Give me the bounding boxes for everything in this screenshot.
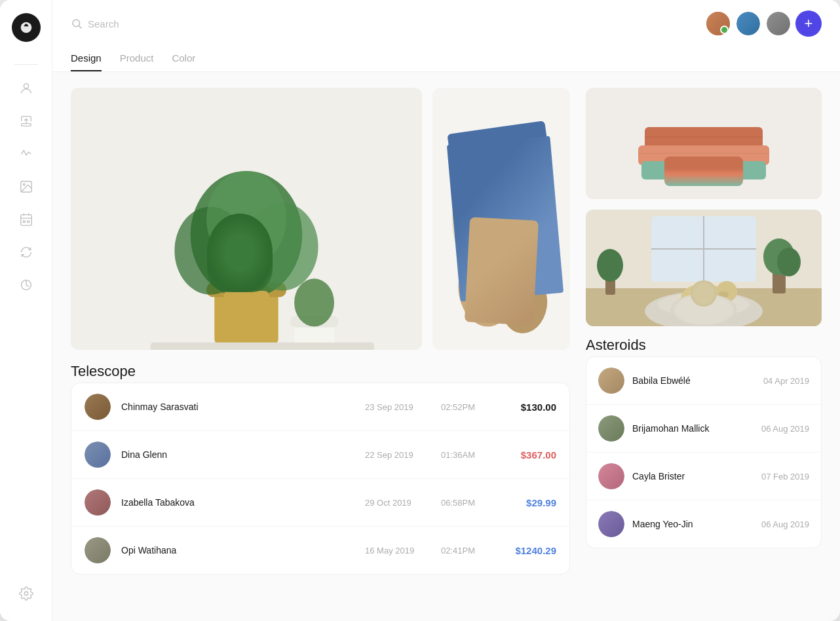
- dog-image: [586, 210, 822, 326]
- calendar-nav-icon[interactable]: [12, 205, 41, 234]
- image-row: [71, 88, 570, 350]
- header-avatars: +: [705, 10, 822, 37]
- avatar-babila: [598, 367, 624, 394]
- svg-point-9: [73, 20, 80, 27]
- date-babila: 04 Apr 2019: [763, 376, 809, 386]
- telescope-table: Chinmay Sarasvati 23 Sep 2019 02:52PM $1…: [71, 383, 570, 574]
- svg-rect-11: [71, 88, 422, 350]
- user-nav-icon[interactable]: [12, 74, 41, 103]
- avatar-cayla: [598, 463, 624, 489]
- avatar-chinmay: [85, 394, 111, 420]
- tabs: Design Product Color: [71, 46, 822, 71]
- svg-point-17: [206, 171, 286, 267]
- svg-rect-21: [151, 343, 374, 350]
- telescope-title: Telescope: [71, 363, 570, 380]
- refresh-nav-icon[interactable]: [12, 238, 41, 267]
- name-izabella: Izabella Tabakova: [121, 497, 354, 508]
- svg-point-3: [23, 183, 25, 185]
- svg-rect-6: [27, 221, 29, 223]
- tab-design[interactable]: Design: [71, 46, 102, 71]
- asteroids-table: Babila Ebwélé 04 Apr 2019 Brijamohan Mal…: [586, 356, 822, 548]
- avatar-1[interactable]: [705, 10, 731, 37]
- settings-nav-icon[interactable]: [12, 579, 41, 608]
- svg-rect-28: [524, 245, 539, 265]
- avatar-opi: [85, 537, 111, 563]
- right-column: Asteroids Babila Ebwélé 04 Apr 2019: [586, 88, 822, 605]
- upload-nav-icon[interactable]: [12, 107, 41, 136]
- name-brija: Brijamohan Mallick: [632, 423, 754, 434]
- name-chinmay: Chinmay Sarasvati: [121, 402, 354, 412]
- amount-izabella: $29.99: [497, 497, 556, 508]
- date-opi: 16 May 2019: [365, 546, 430, 555]
- time-chinmay: 02:52PM: [441, 402, 487, 412]
- time-dina: 01:36AM: [441, 450, 487, 460]
- svg-point-20: [294, 278, 334, 326]
- avatar-3[interactable]: [765, 10, 792, 37]
- avatar-2[interactable]: [735, 10, 761, 37]
- tab-color[interactable]: Color: [172, 46, 195, 71]
- name-cayla: Cayla Brister: [632, 471, 754, 481]
- svg-point-49: [777, 248, 801, 276]
- avatar-izabella: [85, 489, 111, 516]
- avatar-brija: [598, 415, 624, 442]
- table-row: Opi Watihana 16 May 2019 02:41PM $1240.2…: [71, 527, 569, 574]
- header-top: Search +: [71, 10, 822, 37]
- time-izabella: 06:58PM: [441, 498, 487, 508]
- amount-opi: $1240.29: [497, 545, 556, 556]
- chart-nav-icon[interactable]: [12, 271, 41, 299]
- svg-rect-23: [447, 121, 555, 212]
- telescope-section: Telescope Chinmay Sarasvati 23 Sep 2019 …: [71, 363, 570, 574]
- blankets-image: [586, 88, 822, 199]
- svg-rect-39: [586, 288, 822, 326]
- table-row: Izabella Tabakova 29 Oct 2019 06:58PM $2…: [71, 479, 569, 527]
- blankets-svg: [586, 88, 822, 199]
- svg-point-0: [24, 84, 28, 88]
- svg-rect-12: [214, 291, 278, 347]
- sidebar: [0, 0, 52, 621]
- date-dina: 22 Sep 2019: [365, 450, 430, 460]
- fashion-image: [432, 88, 570, 350]
- table-row: Cayla Brister 07 Feb 2019: [586, 453, 821, 500]
- sidebar-divider: [14, 64, 38, 65]
- name-opi: Opi Watihana: [121, 545, 354, 555]
- table-row: Dina Glenn 22 Sep 2019 01:36AM $367.00: [71, 431, 569, 479]
- asteroids-section: Asteroids Babila Ebwélé 04 Apr 2019: [586, 337, 822, 548]
- svg-rect-24: [455, 141, 555, 219]
- tab-product[interactable]: Product: [120, 46, 154, 71]
- svg-point-8: [24, 592, 28, 595]
- table-row: Maeng Yeo-Jin 06 Aug 2019: [586, 500, 821, 548]
- content-area: Telescope Chinmay Sarasvati 23 Sep 2019 …: [52, 72, 840, 621]
- date-cayla: 07 Feb 2019: [761, 472, 809, 481]
- date-maeng: 06 Aug 2019: [761, 519, 809, 529]
- table-row: Chinmay Sarasvati 23 Sep 2019 02:52PM $1…: [71, 383, 569, 431]
- dog-svg: [586, 210, 822, 326]
- search-bar[interactable]: Search: [71, 18, 119, 29]
- plant-svg: [71, 88, 422, 350]
- svg-rect-32: [641, 161, 766, 179]
- left-column: Telescope Chinmay Sarasvati 23 Sep 2019 …: [71, 88, 570, 605]
- date-izabella: 29 Oct 2019: [365, 498, 430, 508]
- svg-point-43: [716, 281, 737, 302]
- date-chinmay: 23 Sep 2019: [365, 402, 430, 412]
- svg-rect-5: [23, 221, 25, 223]
- name-dina: Dina Glenn: [121, 449, 354, 460]
- activity-nav-icon[interactable]: [12, 140, 41, 168]
- svg-point-25: [447, 156, 548, 282]
- app-logo[interactable]: [12, 13, 41, 42]
- svg-point-44: [718, 292, 729, 298]
- avatar-dina: [85, 442, 111, 468]
- svg-point-46: [597, 249, 623, 282]
- plant-image: [71, 88, 422, 350]
- svg-line-10: [79, 26, 81, 28]
- add-avatar-button[interactable]: +: [795, 10, 822, 37]
- main-content: Search + Design Product: [52, 0, 840, 621]
- header: Search + Design Product: [52, 0, 840, 72]
- search-icon: [71, 18, 83, 29]
- amount-dina: $367.00: [497, 449, 556, 461]
- name-babila: Babila Ebwélé: [632, 375, 755, 386]
- svg-rect-4: [20, 215, 31, 226]
- table-row: Babila Ebwélé 04 Apr 2019: [586, 357, 821, 405]
- image-nav-icon[interactable]: [12, 172, 41, 201]
- time-opi: 02:41PM: [441, 546, 487, 555]
- app-window: Search + Design Product: [0, 0, 840, 621]
